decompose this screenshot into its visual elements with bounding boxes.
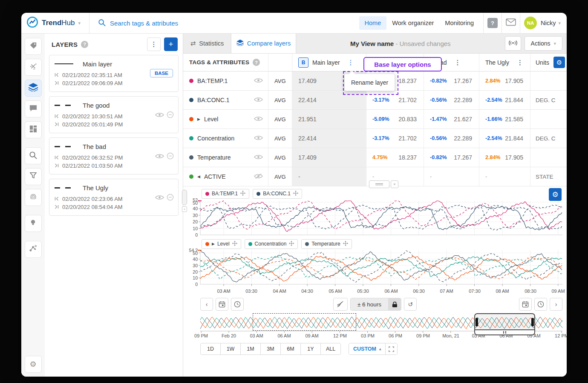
comments-tool-button[interactable] [25,100,42,117]
move-icon[interactable] [293,191,298,197]
table-resize-handle[interactable]: × [369,180,398,188]
add-layer-button[interactable]: + [164,37,178,51]
zoom-1y[interactable]: 1Y [300,343,321,355]
column-the-ugly[interactable]: The Ugly⋮ [479,54,530,71]
zoom-all[interactable]: ALL [320,343,341,355]
move-icon[interactable] [343,241,348,247]
remove-layer-icon[interactable] [167,111,174,120]
dashboard-tool-button[interactable] [25,121,42,138]
fit-view-button[interactable] [386,343,397,354]
overview-strip[interactable] [183,313,567,332]
aggregation-select[interactable]: AVG [268,129,292,148]
base-layer-checkbox[interactable]: B [298,57,308,68]
brush-grip[interactable] [474,330,535,335]
chart1-plot[interactable] [183,199,566,237]
kebab-icon[interactable]: ⋮ [517,59,523,66]
legend-pill[interactable]: BA:CONC.1 [253,189,302,199]
close-icon[interactable]: × [182,206,187,212]
search-input[interactable]: Search tags & attributes [89,19,359,28]
tab-statistics[interactable]: ⇄Statistics [183,34,231,53]
table-settings-button[interactable]: ⚙ [553,57,565,68]
brush-handle-right[interactable] [531,318,534,326]
aggregation-select[interactable]: AVG [268,71,292,90]
pan-left-button[interactable]: ‹ [200,298,213,311]
legend-pill[interactable]: Concentration [245,239,298,249]
time-range-label[interactable]: ± 6 hours [351,298,388,310]
recommendations-tool-button[interactable] [25,215,42,232]
live-mode-button[interactable] [505,36,521,51]
tab-compare-layers[interactable]: Compare layers [231,34,296,53]
search-tool-button[interactable] [25,147,42,164]
help-button[interactable]: ? [487,18,498,28]
eye-icon[interactable] [254,154,263,161]
calendar-button[interactable] [519,298,532,311]
move-icon[interactable] [240,191,245,197]
nav-home[interactable]: Home [359,16,387,30]
eye-icon[interactable] [254,116,263,123]
clock-button[interactable] [231,298,244,311]
layer-card-good[interactable]: The good 02/20/2022 10:30:51 AM 02/20/20… [49,96,179,133]
mail-icon[interactable] [506,18,516,28]
remove-layer-icon[interactable] [167,194,174,203]
eye-icon[interactable] [254,97,263,104]
remove-layer-icon[interactable] [167,152,174,161]
layers-menu-button[interactable]: ⋮ [147,37,161,51]
aggregation-select[interactable]: AVG [268,91,292,109]
eye-icon[interactable] [254,135,263,142]
chart-settings-button[interactable]: ⚙ [549,188,562,201]
zoom-3m[interactable]: 3M [260,343,281,355]
compare-trends-button[interactable] [333,298,348,311]
menu-item-rename-layer[interactable]: Rename layer [351,79,388,86]
legend-pill[interactable]: BA:TEMP.1 [202,189,249,199]
eye-icon[interactable] [155,112,164,120]
legend-pill[interactable]: Temperature [301,239,352,249]
close-icon[interactable]: × [391,180,398,188]
time-range-pill[interactable]: ± 6 hours [350,298,401,311]
layer-card-main[interactable]: Main layer 02/21/2022 02:35:11 AM 02/21/… [49,55,179,92]
zoom-1w[interactable]: 1W [220,343,241,355]
kebab-icon[interactable]: ⋮ [348,59,354,66]
settings-button[interactable]: ⚙ [25,356,42,373]
zoom-1m[interactable]: 1M [240,343,261,355]
chart-scrollbar[interactable]: × [182,190,187,212]
pan-right-button[interactable]: › [550,298,562,311]
time-brush[interactable] [474,313,535,336]
table-row[interactable]: ▶Level AVG 21.951 -5.09%20.833 -1.47%21.… [183,110,567,129]
move-icon[interactable] [232,241,237,247]
expand-icon[interactable]: ▶ [212,242,215,246]
help-icon[interactable]: ? [81,41,88,48]
kebab-icon[interactable]: ⋮ [455,59,461,66]
zoom-custom[interactable]: CUSTOM▴ [349,343,386,354]
fingerprint-tool-button[interactable] [25,189,42,206]
expand-icon[interactable]: ▶ [197,117,200,121]
zoom-6m[interactable]: 6M [280,343,301,355]
filter-tool-button[interactable] [25,168,42,185]
history-button[interactable]: ↺ [404,298,417,311]
aggregation-select[interactable]: AVG [268,110,292,129]
layers-tool-button[interactable] [25,80,42,97]
calendar-button[interactable] [216,298,228,311]
user-name[interactable]: Nicky [541,20,556,26]
lock-icon[interactable] [388,298,401,310]
chart2-plot[interactable] [183,249,566,286]
layer-card-ugly[interactable]: The Ugly 02/20/2022 02:23:06 AM 02/20/20… [49,179,179,216]
clock-button[interactable] [534,298,547,311]
move-icon[interactable] [289,241,294,247]
collapse-icon[interactable]: ◀ [197,174,200,179]
avatar[interactable]: NA [524,17,537,29]
tags-tool-button[interactable] [25,38,42,55]
context-items-tool-button[interactable] [25,241,42,258]
eye-icon[interactable] [254,77,263,85]
aggregation-select[interactable]: AVG [268,167,292,186]
nav-monitoring[interactable]: Monitoring [439,16,479,30]
eye-icon[interactable] [155,153,164,161]
calculations-tool-button[interactable] [25,59,42,76]
brand-menu[interactable]: TrendHub ▾ [21,13,89,33]
table-row[interactable]: Temperature AVG 17.409 4.75%18.237 -0.82… [183,148,567,167]
drag-grip-icon[interactable] [369,180,389,188]
zoom-1d[interactable]: 1D [200,343,221,355]
help-icon[interactable]: ? [253,59,260,66]
chevron-down-icon[interactable]: ▾ [558,20,561,26]
table-row[interactable]: Concentration AVG 22.414 -3.17%21.702 -0… [183,129,567,148]
aggregation-select[interactable]: AVG [268,148,292,167]
